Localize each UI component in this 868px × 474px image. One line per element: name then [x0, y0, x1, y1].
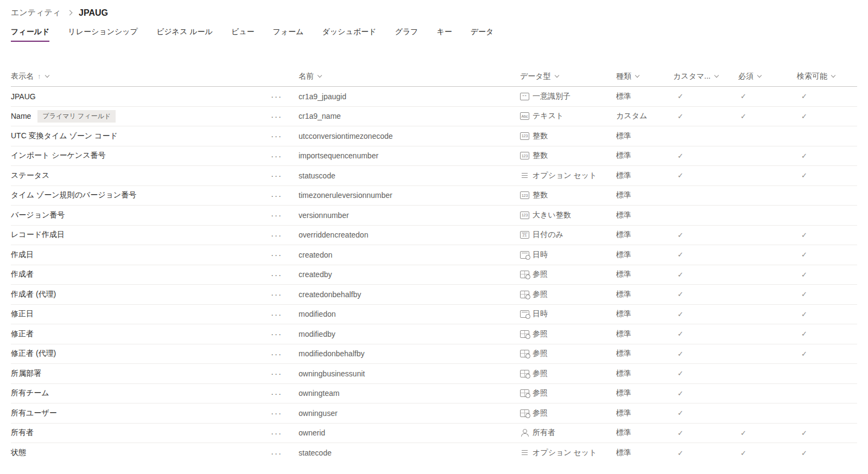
more-commands-button[interactable]: ··· — [269, 388, 284, 399]
entity-fields-page: エンティティ JPAUG フィールドリレーションシップビジネス ルールビューフォ… — [0, 0, 868, 463]
more-commands-button[interactable]: ··· — [269, 230, 284, 240]
field-kind: 標準 — [616, 131, 673, 141]
tab-ダッシュボード[interactable]: ダッシュボード — [322, 27, 376, 42]
column-header-customizable[interactable]: カスタマ... — [673, 72, 738, 81]
column-header-required[interactable]: 必須 — [738, 72, 797, 81]
data-type-label: 参照 — [533, 408, 548, 418]
field-kind: 標準 — [616, 210, 673, 220]
customizable-check-icon: ✓ — [673, 449, 738, 457]
tab-ビュー[interactable]: ビュー — [231, 27, 255, 42]
field-display-name[interactable]: Name — [11, 112, 31, 120]
more-commands-button[interactable]: ··· — [269, 309, 284, 319]
field-display-name[interactable]: インポート シーケンス番号 — [11, 151, 106, 161]
field-display-name[interactable]: 状態 — [11, 448, 26, 458]
searchable-check-icon: ✓ — [797, 290, 857, 298]
field-kind: 標準 — [616, 349, 673, 358]
data-type-label: 日付のみ — [533, 230, 563, 240]
customizable-check-icon: ✓ — [673, 271, 738, 279]
table-row: 作成者 ··· createdby 参照 標準 ✓ ✓ — [11, 265, 857, 285]
lookup-icon — [520, 350, 529, 357]
field-display-name[interactable]: 所有ユーザー — [11, 408, 57, 418]
number-icon: 123 — [520, 212, 529, 219]
more-commands-button[interactable]: ··· — [269, 270, 284, 280]
field-display-name[interactable]: 作成者 (代理) — [11, 290, 56, 299]
tab-フォーム[interactable]: フォーム — [273, 27, 303, 42]
column-header-label: 名前 — [299, 72, 314, 81]
field-display-name[interactable]: 修正者 — [11, 329, 34, 339]
customizable-check-icon: ✓ — [673, 369, 738, 377]
field-logical-name: overriddencreatedon — [299, 230, 520, 239]
field-kind: 標準 — [616, 408, 673, 418]
data-type-label: 参照 — [533, 349, 548, 358]
datetime-icon — [520, 251, 529, 259]
table-row: 作成日 ··· createdon 日時 標準 ✓ ✓ — [11, 245, 857, 265]
customizable-check-icon: ✓ — [673, 409, 738, 417]
more-commands-button[interactable]: ··· — [269, 131, 284, 141]
field-display-name[interactable]: 作成日 — [11, 250, 34, 260]
table-row: JPAUG ··· cr1a9_jpaugid -- 一意識別子 標準 ✓ ✓ … — [11, 87, 857, 107]
field-display-name[interactable]: 所有者 — [11, 428, 34, 438]
column-header-name[interactable]: 名前 — [299, 72, 520, 81]
column-header-display-name[interactable]: 表示名 ↑ — [11, 72, 299, 81]
customizable-check-icon: ✓ — [673, 350, 738, 358]
field-display-name[interactable]: ステータス — [11, 171, 49, 181]
more-commands-button[interactable]: ··· — [269, 249, 284, 260]
tab-リレーションシップ[interactable]: リレーションシップ — [68, 27, 138, 42]
more-commands-button[interactable]: ··· — [269, 408, 284, 418]
more-commands-button[interactable]: ··· — [269, 368, 284, 379]
more-commands-button[interactable]: ··· — [269, 190, 284, 201]
field-display-name[interactable]: バージョン番号 — [11, 210, 65, 220]
more-commands-button[interactable]: ··· — [269, 448, 284, 458]
field-display-name[interactable]: タイム ゾーン規則のバージョン番号 — [11, 190, 136, 200]
more-commands-button[interactable]: ··· — [269, 210, 284, 220]
field-display-name[interactable]: 修正日 — [11, 309, 34, 319]
data-type-label: 整数 — [533, 131, 548, 141]
tab-bar: フィールドリレーションシップビジネス ルールビューフォームダッシュボードグラフキ… — [11, 27, 857, 44]
column-header-data-type[interactable]: データ型 — [520, 72, 616, 81]
field-display-name[interactable]: JPAUG — [11, 92, 36, 101]
customizable-check-icon: ✓ — [673, 310, 738, 318]
field-display-name[interactable]: UTC 変換タイム ゾーン コード — [11, 131, 118, 141]
more-commands-button[interactable]: ··· — [269, 151, 284, 161]
tab-キー[interactable]: キー — [436, 27, 452, 42]
tab-フィールド[interactable]: フィールド — [11, 27, 49, 42]
chevron-down-icon — [714, 73, 719, 78]
more-commands-button[interactable]: ··· — [269, 329, 284, 339]
field-display-name[interactable]: 作成者 — [11, 270, 34, 279]
more-commands-button[interactable]: ··· — [269, 170, 284, 181]
field-display-name[interactable]: 修正者 (代理) — [11, 349, 56, 358]
field-display-name[interactable]: 所属部署 — [11, 369, 41, 379]
field-kind: 標準 — [616, 230, 673, 240]
field-logical-name: timezoneruleversionnumber — [299, 191, 520, 200]
more-commands-button[interactable]: ··· — [269, 428, 284, 438]
field-kind: 標準 — [616, 309, 673, 319]
field-logical-name: createdby — [299, 270, 520, 279]
page-title: JPAUG — [79, 8, 108, 18]
table-row: 所有ユーザー ··· owninguser 参照 標準 ✓ — [11, 403, 857, 424]
more-commands-button[interactable]: ··· — [269, 111, 284, 121]
field-kind: 標準 — [616, 151, 673, 161]
field-display-name[interactable]: 所有チーム — [11, 388, 49, 398]
table-row: 状態 ··· statecode オプション セット 標準 ✓ ✓ ✓ — [11, 443, 857, 463]
column-header-label: 表示名 — [11, 72, 34, 81]
customizable-check-icon: ✓ — [673, 389, 738, 398]
column-header-kind[interactable]: 種類 — [616, 72, 673, 81]
field-logical-name: cr1a9_jpaugid — [299, 92, 520, 101]
tab-グラフ[interactable]: グラフ — [395, 27, 418, 42]
field-logical-name: ownerid — [299, 428, 520, 437]
more-commands-button[interactable]: ··· — [269, 91, 284, 101]
breadcrumb-entities-link[interactable]: エンティティ — [11, 8, 61, 18]
field-logical-name: statuscode — [299, 171, 520, 180]
field-display-name[interactable]: レコード作成日 — [11, 230, 65, 240]
lookup-icon — [520, 389, 529, 397]
tab-ビジネス ルール[interactable]: ビジネス ルール — [156, 27, 213, 42]
tab-データ[interactable]: データ — [471, 27, 494, 42]
customizable-check-icon: ✓ — [673, 112, 738, 120]
more-commands-button[interactable]: ··· — [269, 349, 284, 359]
data-type-label: 日時 — [533, 309, 548, 319]
field-kind: 標準 — [616, 388, 673, 398]
data-type-label: 整数 — [533, 151, 548, 161]
data-type-label: 参照 — [533, 388, 548, 398]
more-commands-button[interactable]: ··· — [269, 289, 284, 299]
column-header-searchable[interactable]: 検索可能 — [797, 72, 857, 81]
